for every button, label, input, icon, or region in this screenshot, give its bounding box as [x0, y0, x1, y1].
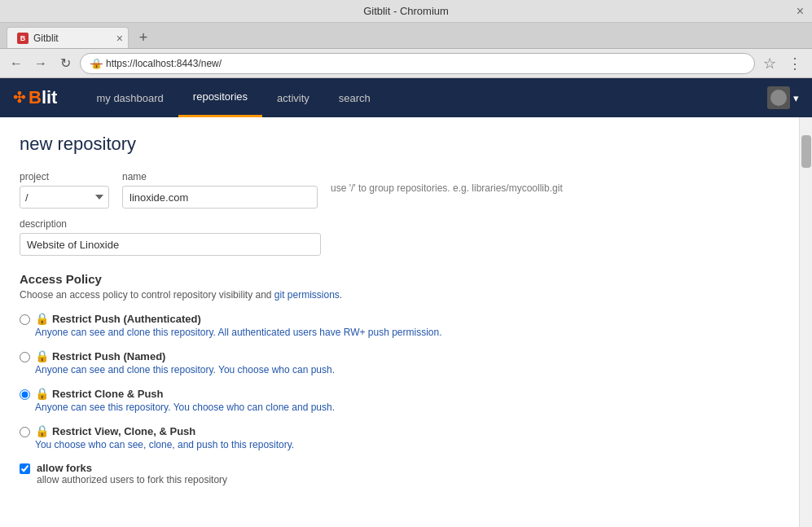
tab-close-button[interactable]: ×: [116, 32, 123, 45]
back-button[interactable]: ←: [7, 54, 26, 73]
security-icon: 🔒: [90, 58, 103, 69]
policy-title-2: 🔒 Restrict Push (Named): [35, 349, 335, 362]
project-group: project /: [20, 171, 109, 209]
nav-activity[interactable]: activity: [262, 78, 324, 117]
tab-favicon: B: [17, 33, 29, 44]
access-policy-title: Access Policy: [20, 272, 779, 286]
address-url: https://localhost:8443/new/: [106, 58, 222, 69]
nav-search[interactable]: search: [324, 78, 385, 117]
lock-icon-4: 🔒: [35, 424, 48, 437]
user-menu-button[interactable]: ▾: [767, 86, 799, 109]
policy-radio-4[interactable]: [20, 427, 30, 437]
policy-option-1: 🔒 Restrict Push (Authenticated) Anyone c…: [20, 312, 779, 338]
main-content: new repository project / name use '/' to…: [0, 117, 799, 527]
logo-icon: ✣: [13, 89, 25, 107]
git-permissions-link[interactable]: git permissions: [274, 289, 340, 301]
reload-button[interactable]: ↻: [55, 54, 75, 73]
new-tab-button[interactable]: +: [132, 27, 155, 48]
policy-title-1: 🔒 Restrict Push (Authenticated): [35, 312, 442, 325]
avatar-icon: [770, 90, 787, 106]
address-input[interactable]: 🔒 https://localhost:8443/new/: [80, 53, 755, 74]
allow-forks-desc: allow authorized users to fork this repo…: [37, 474, 227, 485]
policy-title-4: 🔒 Restrict View, Clone, & Push: [35, 424, 294, 437]
name-group: name: [122, 171, 318, 209]
project-name-row: project / name use '/' to group reposito…: [20, 171, 779, 209]
policy-option-2: 🔒 Restrict Push (Named) Anyone can see a…: [20, 349, 779, 375]
app-navbar: ✣ Blit my dashboard repositories activit…: [0, 78, 812, 117]
tab-bar: B Gitblit × +: [0, 23, 812, 49]
logo-text: Blit: [29, 87, 57, 108]
address-bar: ← → ↻ 🔒 https://localhost:8443/new/ ☆ ⋮: [0, 49, 812, 78]
lock-icon-1: 🔒: [35, 312, 48, 325]
allow-forks-row: allow forks allow authorized users to fo…: [20, 462, 779, 485]
access-policy-desc: Choose an access policy to control repos…: [20, 289, 779, 301]
policy-radio-3[interactable]: [20, 389, 30, 400]
policy-desc-1: Anyone can see and clone this repository…: [35, 327, 442, 338]
app-logo[interactable]: ✣ Blit: [13, 87, 57, 108]
browser-tab[interactable]: B Gitblit ×: [7, 27, 129, 48]
bookmark-button[interactable]: ☆: [760, 55, 779, 72]
name-hint: use '/' to group repositories. e.g. libr…: [331, 182, 563, 194]
window-titlebar: Gitblit - Chromium ×: [0, 0, 812, 23]
allow-forks-checkbox[interactable]: [20, 463, 30, 474]
name-label: name: [122, 171, 318, 182]
window-close-button[interactable]: ×: [797, 4, 804, 19]
lock-icon-2: 🔒: [35, 349, 48, 362]
page-title: new repository: [20, 134, 779, 155]
policy-option-3: 🔒 Restrict Clone & Push Anyone can see t…: [20, 387, 779, 413]
description-group: description: [20, 218, 779, 256]
scrollbar-thumb[interactable]: [801, 135, 811, 168]
forward-button[interactable]: →: [31, 54, 50, 73]
project-select[interactable]: /: [20, 186, 109, 209]
nav-repositories[interactable]: repositories: [178, 78, 262, 117]
project-label: project: [20, 171, 109, 182]
browser-menu-button[interactable]: ⋮: [784, 55, 805, 72]
policy-desc-3: Anyone can see this repository. You choo…: [35, 402, 335, 413]
user-caret: ▾: [793, 92, 799, 104]
nav-my-dashboard[interactable]: my dashboard: [81, 78, 178, 117]
nav-right: ▾: [767, 86, 799, 109]
name-input[interactable]: [122, 186, 318, 209]
scrollbar[interactable]: [799, 117, 812, 527]
user-avatar: [767, 86, 790, 109]
policy-desc-4: You choose who can see, clone, and push …: [35, 439, 294, 450]
policy-title-3: 🔒 Restrict Clone & Push: [35, 387, 335, 400]
policy-radio-2[interactable]: [20, 352, 30, 362]
content-wrapper: new repository project / name use '/' to…: [0, 117, 812, 527]
policy-radio-1[interactable]: [20, 314, 30, 325]
window-title: Gitblit - Chromium: [363, 5, 449, 17]
policy-desc-2: Anyone can see and clone this repository…: [35, 364, 335, 375]
policy-option-4: 🔒 Restrict View, Clone, & Push You choos…: [20, 424, 779, 450]
nav-links: my dashboard repositories activity searc…: [81, 78, 767, 117]
description-input[interactable]: [20, 233, 321, 256]
tab-label: Gitblit: [33, 33, 59, 44]
description-label: description: [20, 218, 779, 230]
allow-forks-title: allow forks: [37, 462, 227, 474]
lock-icon-3: 🔒: [35, 387, 48, 400]
